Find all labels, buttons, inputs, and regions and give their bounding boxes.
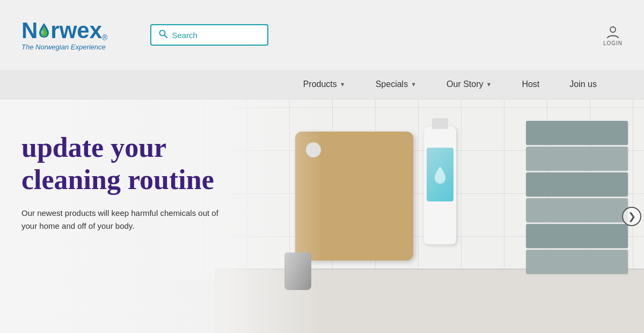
logo-orwex-text: rwex xyxy=(50,19,102,42)
nav-specials-label: Specials xyxy=(376,79,408,89)
logo-brand[interactable]: N rwex ® xyxy=(21,19,107,42)
nav-our-story-label: Our Story xyxy=(447,79,483,89)
hero-next-icon: ❯ xyxy=(628,211,636,222)
bottle-label xyxy=(427,148,453,201)
svg-point-3 xyxy=(610,27,616,32)
towel-1 xyxy=(526,121,628,145)
towel-6 xyxy=(526,250,628,274)
logo-registered-symbol: ® xyxy=(102,33,107,42)
hero-headline-line1: update your xyxy=(21,132,166,163)
our-story-chevron-icon: ▼ xyxy=(486,81,492,88)
logo-area[interactable]: N rwex ® The Norwegian Experience xyxy=(21,19,107,51)
login-button[interactable]: LOGIN xyxy=(603,24,623,46)
search-icon xyxy=(159,30,167,40)
nav-item-host[interactable]: Host xyxy=(507,70,554,99)
products-chevron-icon: ▼ xyxy=(340,81,346,88)
hero-headline: update your cleaning routine xyxy=(21,132,301,196)
specials-chevron-icon: ▼ xyxy=(411,81,416,88)
logo-n-letter: N xyxy=(21,19,38,42)
login-label: LOGIN xyxy=(603,40,623,46)
hero-headline-line2: cleaning routine xyxy=(21,164,214,195)
bottle-label-design xyxy=(432,164,448,185)
towel-stack xyxy=(526,121,633,282)
search-box[interactable] xyxy=(150,24,268,46)
nav-item-products[interactable]: Products ▼ xyxy=(288,70,361,99)
search-input[interactable] xyxy=(172,31,260,40)
nav-item-specials[interactable]: Specials ▼ xyxy=(361,70,431,99)
login-icon-area xyxy=(605,24,620,39)
towel-5 xyxy=(526,224,628,248)
svg-line-2 xyxy=(165,35,167,38)
hero-content: update your cleaning routine Our newest … xyxy=(0,99,322,333)
product-bottle xyxy=(424,126,456,244)
nav-products-label: Products xyxy=(303,79,337,89)
logo-drop-icon xyxy=(38,22,50,40)
nav-join-us-label: Join us xyxy=(569,79,597,89)
main-navigation: Products ▼ Specials ▼ Our Story ▼ Host J… xyxy=(0,70,644,99)
nav-host-label: Host xyxy=(522,79,539,89)
search-container xyxy=(150,24,311,46)
towel-4 xyxy=(526,198,628,222)
site-header: N rwex ® The Norwegian Experience xyxy=(0,0,644,70)
towel-2 xyxy=(526,147,628,171)
hero-section: update your cleaning routine Our newest … xyxy=(0,99,644,333)
nav-item-our-story[interactable]: Our Story ▼ xyxy=(431,70,507,99)
nav-item-join-us[interactable]: Join us xyxy=(554,70,612,99)
bottle-cap xyxy=(432,118,448,129)
hero-subtext: Our newest products will keep harmful ch… xyxy=(21,207,231,233)
hero-next-button[interactable]: ❯ xyxy=(622,207,641,226)
user-icon xyxy=(605,24,620,39)
towel-3 xyxy=(526,172,628,197)
logo-tagline: The Norwegian Experience xyxy=(21,43,106,51)
